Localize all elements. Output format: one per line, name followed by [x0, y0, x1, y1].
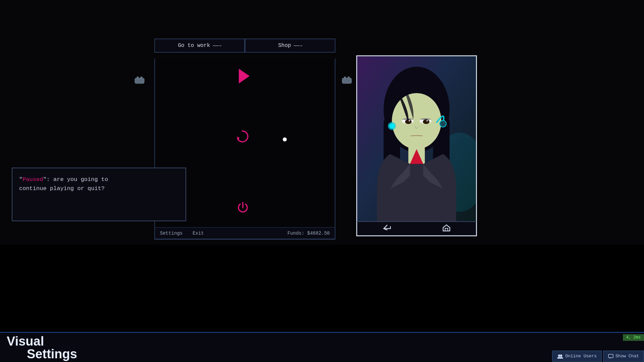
portrait-controls: [356, 221, 477, 236]
cursor-dot: [283, 137, 287, 141]
top-nav-buttons: Go to work ——→ Shop ——→: [154, 39, 335, 53]
exit-button[interactable]: Exit: [193, 231, 204, 236]
game-status-bar: Settings Exit Funds: $4682.50: [154, 227, 335, 239]
svg-rect-34: [608, 354, 613, 358]
funds-display: Funds: $4682.50: [287, 231, 330, 236]
taskbar: Visual Settings 4, 2ms Online Users Show…: [0, 332, 644, 362]
svg-point-5: [137, 80, 138, 81]
shop-button[interactable]: Shop ——→: [245, 39, 335, 53]
go-to-work-label: Go to work: [178, 43, 210, 49]
svg-point-29: [389, 123, 394, 129]
svg-rect-8: [344, 77, 346, 78]
svg-point-32: [558, 354, 560, 357]
character-portrait-image: [357, 56, 476, 234]
svg-point-30: [440, 120, 446, 127]
back-button[interactable]: [382, 224, 392, 233]
online-users-label: Online Users: [565, 354, 597, 359]
taskbar-buttons: Online Users Show Chat: [552, 351, 644, 362]
refresh-icon: [235, 129, 250, 147]
svg-point-26: [409, 120, 410, 122]
svg-rect-0: [135, 78, 144, 83]
show-chat-button[interactable]: Show Chat: [603, 351, 644, 362]
svg-point-6: [141, 80, 142, 81]
show-chat-label: Show Chat: [615, 354, 639, 359]
svg-point-27: [426, 120, 428, 122]
dialog-quote-open: ": [19, 176, 22, 183]
power-icon: [236, 201, 250, 218]
dialog-box: "Paused": are you going to continue play…: [12, 168, 186, 221]
dialog-text: "Paused": are you going to continue play…: [19, 175, 179, 193]
svg-rect-7: [342, 78, 352, 83]
taskbar-title: Visual Settings: [0, 331, 84, 362]
dialog-text-suffix: ": are you going to: [43, 176, 108, 183]
online-users-button[interactable]: Online Users: [552, 351, 602, 362]
play-icon: [239, 69, 250, 83]
go-to-work-button[interactable]: Go to work ——→: [154, 39, 245, 53]
taskbar-title-line2: Settings: [7, 348, 77, 360]
svg-point-25: [423, 119, 430, 124]
settings-button[interactable]: Settings: [160, 231, 182, 236]
ping-badge: 4, 2ms: [623, 334, 644, 341]
svg-rect-9: [348, 77, 350, 78]
svg-point-12: [344, 80, 345, 81]
controller-left-icon: [134, 75, 145, 87]
svg-rect-2: [141, 77, 142, 78]
dialog-text-line2: continue playing or quit?: [19, 185, 105, 192]
dialog-highlight: Paused: [22, 176, 43, 183]
svg-point-13: [348, 80, 349, 81]
shop-arrow: ——→: [294, 43, 302, 48]
svg-point-33: [560, 354, 562, 357]
character-portrait-panel: [356, 55, 477, 235]
controller-right-icon: [341, 75, 352, 87]
go-to-work-arrow: ——→: [213, 43, 221, 48]
home-button[interactable]: [442, 224, 451, 234]
svg-point-20: [392, 93, 441, 149]
shop-label: Shop: [278, 43, 291, 49]
taskbar-title-line1: Visual: [7, 335, 77, 348]
svg-rect-1: [137, 77, 139, 78]
